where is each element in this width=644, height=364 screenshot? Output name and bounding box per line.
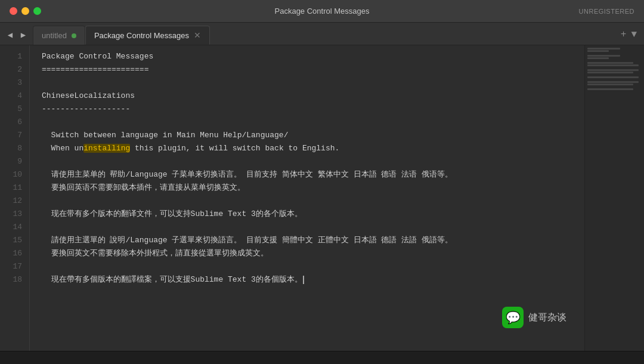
line-number: 5 [0,103,29,116]
code-line [42,260,584,273]
minimap-content [585,45,644,93]
line-number: 11 [0,181,29,195]
tab-arrows: ◀ ▶ [5,30,29,40]
code-line [42,155,584,168]
editor-area: 123456789101112131415161718 Package Cont… [0,45,644,351]
code-line: Package Control Messages [42,50,584,63]
watermark: 💬 健哥杂谈 [502,307,566,328]
line-number: 6 [0,116,29,129]
line-number: 12 [0,195,29,208]
minimap-line [587,55,620,57]
code-line: 請使用主選單的 說明/Language 子選單來切換語言。 目前支援 簡體中文 … [42,234,584,247]
code-line: ChineseLocalizations [42,90,584,103]
line-number: 9 [0,155,29,168]
traffic-lights [10,7,41,15]
minimap-line [587,53,642,54]
code-line: ------------------- [42,103,584,116]
minimap-line [587,62,633,64]
minimap-line [587,88,633,90]
code-line [42,116,584,129]
minimap-line [587,74,642,76]
minimap [584,45,644,351]
line-number: 10 [0,168,29,181]
minimap-line [587,69,639,71]
minimap-line [587,86,642,88]
line-number: 17 [0,260,29,273]
watermark-icon: 💬 [502,307,524,328]
line-number: 3 [0,76,29,90]
tab-untitled[interactable]: untitled [33,26,85,45]
line-number: 16 [0,247,29,260]
minimap-line [587,50,609,52]
line-numbers: 123456789101112131415161718 [0,45,30,351]
code-line: 请使用主菜单的 帮助/Language 子菜单来切换语言。 目前支持 简体中文 … [42,168,584,181]
status-bar [0,351,644,364]
code-line: When uninstalling this plugin, it will s… [42,142,584,155]
minimize-button[interactable] [21,7,29,15]
minimap-line [587,76,639,78]
minimap-line [587,48,620,50]
tab-next-arrow[interactable]: ▶ [18,30,29,40]
tab-untitled-label: untitled [42,31,67,40]
line-number: 4 [0,90,29,103]
registration-status: UNREGISTERED [579,8,634,15]
line-number: 14 [0,221,29,234]
code-line: 要換回英文不需要移除本外掛程式，請直接從選單切換成英文。 [42,247,584,260]
line-number: 18 [0,273,29,286]
minimap-line [587,57,609,59]
code-content[interactable]: Package Control Messages================… [30,45,584,351]
watermark-text: 健哥杂谈 [528,311,566,324]
minimap-line [587,84,633,85]
line-number: 1 [0,50,29,63]
code-line: 现在带有多个版本的翻译文件，可以支持Sublime Text 3的各个版本。 [42,208,584,221]
minimap-line [587,79,642,81]
close-button[interactable] [10,7,17,15]
tab-prev-arrow[interactable]: ◀ [5,30,16,40]
tab-bar: ◀ ▶ untitled Package Control Messages ✕ … [0,23,644,45]
new-tab-button[interactable]: + [621,29,627,40]
code-line [42,195,584,208]
line-number: 2 [0,63,29,76]
minimap-line [587,81,639,83]
code-line: Switch between language in Main Menu Hel… [42,129,584,142]
line-number: 8 [0,142,29,155]
title-bar: Package Control Messages UNREGISTERED [0,0,644,23]
tab-bar-controls: + ▼ [621,29,637,40]
line-number: 15 [0,234,29,247]
line-number: 7 [0,129,29,142]
text-cursor [303,276,304,284]
minimap-line [587,67,642,69]
minimap-line [587,72,633,73]
tab-package-control-label: Package Control Messages [94,31,189,40]
window-title: Package Control Messages [275,7,370,16]
maximize-button[interactable] [33,7,41,15]
code-line: ======================= [42,63,584,76]
code-line: 現在帶有多個版本的翻譯檔案，可以支援Sublime Text 3的各個版本。 [42,273,584,286]
code-line [42,76,584,90]
tab-package-control-messages[interactable]: Package Control Messages ✕ [85,26,210,45]
code-line [42,221,584,234]
tab-close-icon[interactable]: ✕ [194,31,201,39]
code-line: 要换回英语不需要卸载本插件，请直接从菜单切换英文。 [42,181,584,195]
tab-list-button[interactable]: ▼ [631,29,637,40]
tab-modified-dot [72,33,76,38]
minimap-line [587,64,639,66]
minimap-line [587,60,642,61]
line-number: 13 [0,208,29,221]
title-bar-left [10,7,48,15]
